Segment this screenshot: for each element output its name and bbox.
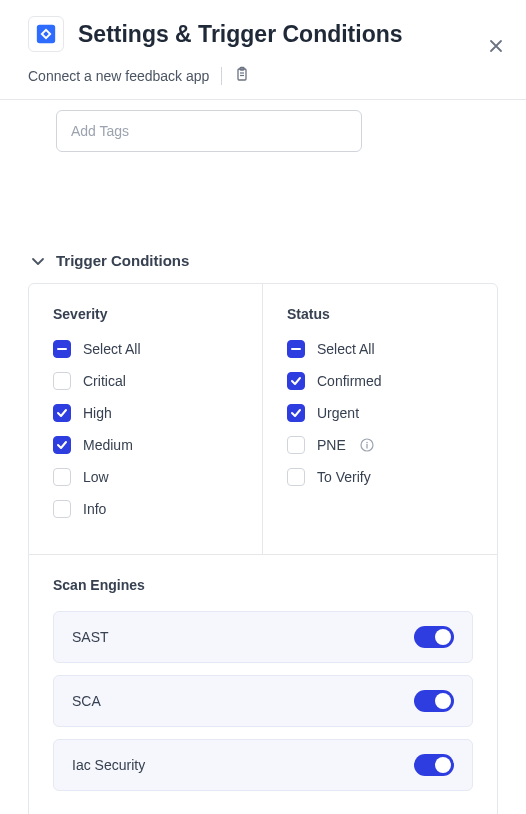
info-icon — [360, 438, 374, 452]
subtitle-text: Connect a new feedback app — [28, 68, 209, 84]
severity-label: Critical — [83, 373, 126, 389]
status-column: Status Select All ConfirmedUrgentPNETo V… — [263, 284, 497, 554]
severity-checkbox-medium[interactable] — [53, 436, 71, 454]
conditions-grid: Severity Select All CriticalHighMediumLo… — [28, 283, 498, 555]
close-icon — [488, 38, 504, 54]
status-checkbox-urgent[interactable] — [287, 404, 305, 422]
engine-row-iac-security: Iac Security — [53, 739, 473, 791]
status-title: Status — [287, 306, 473, 322]
status-select-all-label: Select All — [317, 341, 375, 357]
divider — [221, 67, 222, 85]
tags-section — [0, 100, 526, 180]
severity-label: Low — [83, 469, 109, 485]
app-icon — [28, 16, 64, 52]
panel-header: Settings & Trigger Conditions Connect a … — [0, 0, 526, 100]
severity-title: Severity — [53, 306, 238, 322]
trigger-section-toggle[interactable]: Trigger Conditions — [30, 252, 498, 269]
info-tooltip[interactable] — [358, 438, 374, 452]
severity-select-all-label: Select All — [83, 341, 141, 357]
scan-engines-title: Scan Engines — [53, 577, 473, 593]
scan-engines-box: Scan Engines SASTSCAIac Security — [28, 555, 498, 814]
chevron-down-icon — [30, 253, 46, 269]
status-checkbox-pne[interactable] — [287, 436, 305, 454]
severity-checkbox-critical[interactable] — [53, 372, 71, 390]
engine-label: SAST — [72, 629, 109, 645]
severity-checkbox-low[interactable] — [53, 468, 71, 486]
engine-row-sast: SAST — [53, 611, 473, 663]
svg-rect-1 — [238, 69, 246, 80]
status-checkbox-to-verify[interactable] — [287, 468, 305, 486]
severity-column: Severity Select All CriticalHighMediumLo… — [29, 284, 263, 554]
severity-checkbox-high[interactable] — [53, 404, 71, 422]
diamond-icon — [35, 23, 57, 45]
severity-select-all-checkbox[interactable] — [53, 340, 71, 358]
engine-toggle-iac-security[interactable] — [414, 754, 454, 776]
engine-label: Iac Security — [72, 757, 145, 773]
severity-checkbox-info[interactable] — [53, 500, 71, 518]
severity-label: High — [83, 405, 112, 421]
status-select-all-checkbox[interactable] — [287, 340, 305, 358]
severity-label: Medium — [83, 437, 133, 453]
clipboard-icon — [234, 66, 250, 82]
status-label: To Verify — [317, 469, 371, 485]
severity-label: Info — [83, 501, 106, 517]
engine-toggle-sca[interactable] — [414, 690, 454, 712]
status-checkbox-confirmed[interactable] — [287, 372, 305, 390]
status-label: PNE — [317, 437, 346, 453]
svg-point-6 — [366, 442, 368, 444]
status-label: Confirmed — [317, 373, 382, 389]
page-title: Settings & Trigger Conditions — [78, 21, 403, 48]
engine-row-sca: SCA — [53, 675, 473, 727]
status-label: Urgent — [317, 405, 359, 421]
close-button[interactable] — [488, 38, 504, 59]
tags-input[interactable] — [56, 110, 362, 152]
engine-toggle-sast[interactable] — [414, 626, 454, 648]
trigger-section-title: Trigger Conditions — [56, 252, 189, 269]
clipboard-button[interactable] — [234, 66, 250, 85]
engine-label: SCA — [72, 693, 101, 709]
